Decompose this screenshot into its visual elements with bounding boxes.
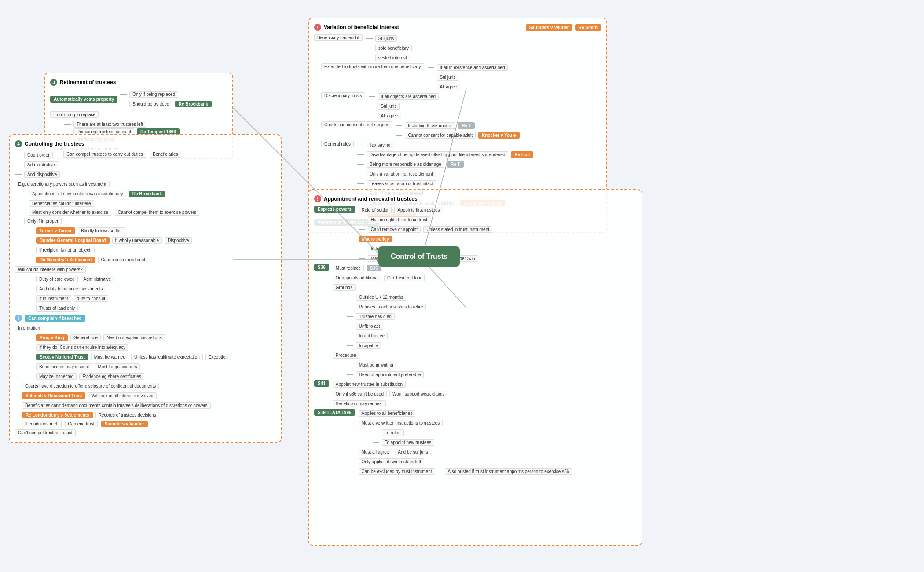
ap-role: Role of settlor bbox=[359, 207, 392, 213]
ct-if-instrument: If in instrument duty to consult bbox=[36, 295, 275, 302]
ap-procedure: Procedure bbox=[333, 352, 426, 359]
ct-case-manistry-row: Re Manistry's Settlement Capricious or i… bbox=[36, 257, 275, 263]
center-node: Control of Trusts bbox=[378, 246, 460, 267]
ct-case-dundee: Dundee General Hospital Board bbox=[36, 237, 110, 244]
v-sole: sole beneficiary bbox=[366, 45, 412, 51]
ct-disc-disclosure-label: Courts have discretion to offer disclosu… bbox=[22, 383, 159, 389]
ct-may-inspect-label: May be inspected bbox=[36, 373, 77, 380]
ap-macro: Macro policy bbox=[359, 236, 492, 242]
ct-admin-label: Administrative bbox=[24, 161, 58, 168]
ap-cant-remove-label: Can't remove or appoint bbox=[368, 226, 421, 233]
v-if-objects: If all objects are ascertained bbox=[378, 93, 439, 100]
ct-duty-consult: duty to consult bbox=[74, 295, 108, 302]
v-tax: Tax saving bbox=[357, 142, 533, 148]
retirement-title: 3 Retirement of trustees bbox=[50, 79, 227, 86]
ct-will-courts-label: Will courts interfere with powers? bbox=[15, 266, 86, 273]
rv-two-left: There are at least two trustees left bbox=[73, 121, 146, 128]
v-variation-label: Only a variation not resettlement bbox=[367, 171, 436, 177]
ct-capricious: Capricious or irrational bbox=[98, 257, 148, 263]
hline bbox=[366, 58, 373, 58]
ap-to-retire-label: To retire bbox=[382, 429, 404, 436]
hline bbox=[369, 96, 375, 97]
ct-disc-disclosure: Courts have discretion to offer disclosu… bbox=[22, 383, 275, 389]
ct-dispositive: And dispositive bbox=[24, 171, 60, 178]
v-subst: Leaves substratum of trust intact bbox=[367, 180, 436, 187]
appointment-title: ! Appointment and removal of trustees bbox=[314, 195, 636, 202]
ap-macro-label: Macro policy bbox=[359, 236, 392, 242]
hline bbox=[15, 155, 22, 155]
ct-cannot-compel: Cannot compel them to exercise powers bbox=[115, 209, 199, 216]
ap-bene-request-label: Beneficiary may request bbox=[333, 400, 386, 407]
hline bbox=[347, 374, 353, 375]
ap-or-appoints-label: Or appoints additional bbox=[333, 275, 381, 281]
ct-need-not-explain: Need not explain discretions bbox=[103, 334, 165, 341]
ct-appoint-label: Appointment of new trustees was discreti… bbox=[29, 191, 126, 197]
ap-also-ousted-label: Also ousted if trust instrument appoints… bbox=[445, 468, 572, 475]
ap-appoint-new-trustees-label: To appoint new trustees bbox=[382, 439, 435, 446]
ap-role-settlor: Role of settlor Appoints first trustees bbox=[359, 207, 492, 213]
ap-appoints-first: Appoints first trustees bbox=[394, 207, 443, 213]
ct-info-sub: Prug v King General rule Need not explai… bbox=[36, 334, 275, 381]
v-disc-trusts: Discretionary trusts bbox=[321, 92, 365, 99]
v-disc-sj: Sui juris bbox=[369, 103, 439, 110]
ct-court-order: Court order bbox=[15, 152, 60, 158]
variation-case-rs: Re Smith bbox=[575, 24, 601, 31]
v-general-rules: General rules bbox=[321, 141, 354, 147]
v-suijuris-1: Sui juris bbox=[375, 35, 397, 42]
ap-s36-row: S36 Must replace S36 Or appoints additio… bbox=[314, 264, 636, 379]
hline bbox=[396, 135, 402, 136]
ap-cant-remove: Can't remove or appoint Unless stated in… bbox=[359, 226, 492, 233]
hline bbox=[347, 307, 353, 307]
hline bbox=[366, 38, 373, 39]
ap-no-rights-label: Has no rights to enforce trust bbox=[368, 216, 430, 223]
ct-if-inst-label: If in instrument bbox=[36, 295, 71, 302]
ct-case-sv: Saunders v Vautier bbox=[101, 421, 148, 427]
ap-grounds-sub: Outside UK 12 months Refuses to act or w… bbox=[347, 293, 426, 350]
ap-s36-sub: Must replace S36 Or appoints additional … bbox=[333, 264, 426, 379]
rv-not-replace: If not going to replace bbox=[50, 111, 99, 118]
ct-case-schmidt: Schmidt v Rosewood Trust bbox=[22, 392, 85, 399]
v-suijuris-2: Sui juris bbox=[428, 74, 508, 81]
ct-case-turner-row: Turner v Turner Blindly follows settlor bbox=[36, 227, 275, 234]
variation-case-sv: Saunders v Vautier bbox=[526, 24, 572, 31]
v-row-courts: Courts can consent if not sui juris Incl… bbox=[321, 121, 601, 139]
ap-must-all-agree: Must all agree And be sui juris bbox=[359, 449, 572, 455]
ct-complain-icon: ! bbox=[15, 315, 22, 322]
retirement-row-2: If not going to replace bbox=[50, 111, 227, 118]
ct-appoint-col: Appointment of new trustees was discreti… bbox=[29, 190, 165, 208]
hline bbox=[64, 132, 71, 132]
hline bbox=[373, 433, 379, 433]
variation-number: ! bbox=[314, 24, 321, 31]
ap-s19-sub: Applies to all beneficiaries Must give w… bbox=[359, 409, 572, 476]
ap-must-all-agree-label: Must all agree bbox=[359, 449, 392, 455]
ct-admin: Administrative bbox=[15, 161, 60, 168]
variation-label: Variation of beneficial interest bbox=[324, 24, 399, 30]
ct-compel-row: Court order Administrative And dispositi… bbox=[15, 151, 275, 179]
hline bbox=[373, 442, 379, 443]
ct-court-order-label: Court order bbox=[24, 152, 53, 158]
ct-complain-label: Can complain if breached bbox=[25, 315, 85, 322]
hline bbox=[428, 67, 434, 68]
ap-excluded-label: Can be excluded by trust instrument bbox=[359, 468, 435, 475]
ct-case-brockbank: Re Brockbank bbox=[129, 191, 165, 197]
ct-disc-powers: E.g. discretionary powers such as invest… bbox=[15, 181, 275, 187]
v-disc-agree-label: All agree bbox=[378, 113, 401, 119]
auto-vests-label: Automatically vests property bbox=[50, 96, 117, 103]
ct-and-dispos: And dispositive bbox=[15, 171, 60, 178]
ct-can-end: Can end trust bbox=[65, 421, 98, 427]
v-disc-objects: If all objects are ascertained bbox=[369, 93, 439, 100]
rv-only-replaced: Only if being replaced bbox=[129, 91, 178, 98]
ct-scott-row: Scott v National Trust Must be warned Un… bbox=[36, 354, 275, 360]
ct-exception: Exception bbox=[205, 354, 231, 360]
ap-excluded: Can be excluded by trust instrument Also… bbox=[359, 468, 572, 475]
ct-blindly: Blindly follows settlor bbox=[78, 227, 125, 234]
ap-only-if-s36: Only if s36 can't be used Won't support … bbox=[333, 391, 448, 397]
ap-deed-pref: Deed of appointment preferable bbox=[347, 371, 426, 378]
ct-case-scott: Scott v National Trust bbox=[36, 354, 88, 360]
v-courts-consent: Courts can consent if not sui juris bbox=[321, 121, 392, 128]
v-all-existence: If all in existence and ascertained bbox=[437, 64, 508, 71]
ap-also-ousted: Also ousted if trust instrument appoints… bbox=[445, 468, 572, 475]
ap-all-bene-label: Applies to all beneficiaries bbox=[359, 410, 416, 417]
ap-died: Trustee has died bbox=[347, 313, 426, 320]
ap-two-left-label: Only applies if two trustees left bbox=[359, 458, 425, 465]
